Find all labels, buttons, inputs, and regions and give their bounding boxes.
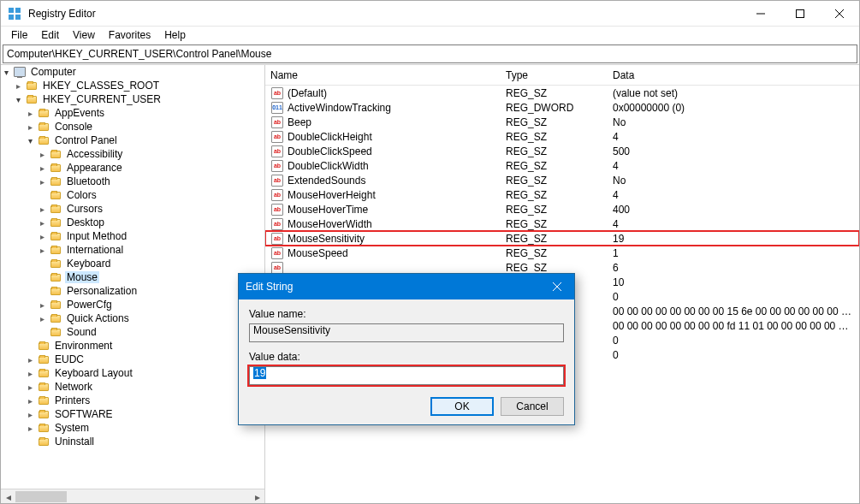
tree-item-environment[interactable]: Environment (1, 339, 264, 353)
list-row[interactable]: abBeepREG_SZNo (265, 115, 859, 129)
expander-icon[interactable] (25, 341, 35, 351)
expander-icon[interactable]: ▸ (37, 149, 47, 159)
maximize-button[interactable] (780, 1, 820, 27)
tree-item-system[interactable]: ▸System (1, 421, 264, 435)
cancel-button[interactable]: Cancel (501, 397, 564, 416)
tree-item-bluetooth[interactable]: ▸Bluetooth (1, 175, 264, 188)
scroll-right-icon[interactable]: ▸ (250, 489, 264, 503)
expander-icon[interactable]: ▸ (25, 423, 35, 433)
menu-edit[interactable]: Edit (34, 27, 66, 43)
expander-icon[interactable]: ▾ (25, 135, 35, 145)
list-row[interactable]: abMouseHoverWidthREG_SZ4 (265, 216, 859, 231)
list-row[interactable]: abExtendedSoundsREG_SZNo (265, 173, 859, 187)
tree-item-powercfg[interactable]: ▸PowerCfg (1, 298, 264, 311)
tree-item-hkcu[interactable]: ▾ HKEY_CURRENT_USER (1, 92, 264, 106)
expander-icon[interactable]: ▸ (25, 354, 35, 365)
expander-icon[interactable]: ▸ (25, 409, 35, 419)
column-name[interactable]: Name (265, 69, 501, 81)
column-data[interactable]: Data (608, 69, 859, 81)
tree-item-international[interactable]: ▸International (1, 243, 264, 257)
expander-icon[interactable]: ▸ (25, 395, 35, 406)
value-name: DoubleClickWidth (288, 160, 369, 172)
expander-icon[interactable]: ▸ (37, 313, 47, 323)
tree-item-eudc[interactable]: ▸EUDC (1, 353, 264, 366)
scroll-thumb[interactable] (15, 491, 67, 502)
expander-icon[interactable]: ▸ (13, 80, 23, 91)
tree-item-computer[interactable]: ▾ Computer (1, 65, 264, 79)
tree-item-inputmethod[interactable]: ▸Input Method (1, 229, 264, 243)
dialog-close-button[interactable] (540, 274, 574, 299)
tree-item-console[interactable]: ▸Console (1, 120, 264, 133)
value-data: 4 (608, 131, 859, 143)
tree-item-software[interactable]: ▸SOFTWARE (1, 407, 264, 421)
expander-icon[interactable]: ▾ (1, 67, 11, 77)
list-row[interactable]: ab(Default)REG_SZ(value not set) (265, 86, 859, 100)
expander-icon[interactable] (37, 286, 47, 296)
value-name: MouseHoverHeight (288, 189, 376, 201)
expander-icon[interactable]: ▸ (37, 204, 47, 214)
ok-button[interactable]: OK (430, 397, 494, 416)
tree-pane[interactable]: ▾ Computer ▸ HKEY_CLASSES_ROOT ▾ HKEY_CU… (1, 65, 265, 503)
expander-icon[interactable] (37, 272, 47, 282)
minimize-button[interactable] (741, 1, 780, 27)
expander-icon[interactable]: ▸ (37, 217, 47, 228)
menu-help[interactable]: Help (157, 27, 193, 43)
dialog-title-bar[interactable]: Edit String (239, 274, 574, 299)
value-type-icon: ab (270, 233, 284, 245)
tree-item-network[interactable]: ▸Network (1, 380, 264, 394)
scroll-left-icon[interactable]: ◂ (1, 489, 15, 503)
expander-icon[interactable] (37, 327, 47, 337)
tree-item-sound[interactable]: Sound (1, 325, 264, 339)
list-row[interactable]: abDoubleClickSpeedREG_SZ500 (265, 144, 859, 158)
list-row[interactable]: 011ActiveWindowTrackingREG_DWORD0x000000… (265, 100, 859, 115)
computer-icon (13, 66, 27, 78)
tree-label: Personalization (65, 285, 139, 297)
menu-favorites[interactable]: Favorites (102, 27, 157, 43)
expander-icon[interactable] (37, 258, 47, 269)
expander-icon[interactable] (37, 190, 47, 200)
list-row[interactable]: abMouseHoverTimeREG_SZ400 (265, 202, 859, 216)
expander-icon[interactable]: ▸ (37, 299, 47, 310)
value-data-field[interactable]: 19 (249, 366, 564, 385)
tree-item-appearance[interactable]: ▸Appearance (1, 161, 264, 175)
tree-item-mouse[interactable]: Mouse (1, 270, 264, 284)
expander-icon[interactable]: ▸ (25, 368, 35, 378)
tree-scrollbar[interactable]: ◂ ▸ (1, 489, 264, 503)
expander-icon[interactable]: ▸ (25, 382, 35, 392)
column-type[interactable]: Type (501, 69, 608, 81)
expander-icon[interactable]: ▸ (37, 176, 47, 187)
tree-item-personalization[interactable]: Personalization (1, 284, 264, 298)
list-row[interactable]: abMouseHoverHeightREG_SZ4 (265, 187, 859, 202)
expander-icon[interactable]: ▸ (25, 108, 35, 118)
tree-item-colors[interactable]: Colors (1, 188, 264, 202)
list-row[interactable]: abDoubleClickHeightREG_SZ4 (265, 129, 859, 144)
value-type-icon: ab (270, 189, 284, 201)
tree-item-quickactions[interactable]: ▸Quick Actions (1, 311, 264, 325)
expander-icon[interactable] (25, 436, 35, 447)
tree-item-keyboardlayout[interactable]: ▸Keyboard Layout (1, 366, 264, 380)
expander-icon[interactable]: ▸ (37, 245, 47, 255)
tree-item-printers[interactable]: ▸Printers (1, 394, 264, 407)
address-bar[interactable]: Computer\HKEY_CURRENT_USER\Control Panel… (3, 44, 857, 63)
tree-item-desktop[interactable]: ▸Desktop (1, 216, 264, 229)
close-button[interactable] (820, 1, 859, 27)
tree-item-uninstall[interactable]: Uninstall (1, 435, 264, 448)
tree-item-appevents[interactable]: ▸AppEvents (1, 106, 264, 120)
value-type-icon: ab (270, 218, 284, 230)
list-row[interactable]: abMouseSensitivityREG_SZ19 (265, 231, 859, 246)
tree-item-controlpanel[interactable]: ▾Control Panel (1, 133, 264, 147)
menu-file[interactable]: File (4, 27, 34, 43)
expander-icon[interactable]: ▾ (13, 94, 23, 104)
tree-label: Desktop (65, 216, 106, 228)
menu-view[interactable]: View (66, 27, 102, 43)
expander-icon[interactable]: ▸ (25, 122, 35, 132)
list-row[interactable]: abMouseSpeedREG_SZ1 (265, 246, 859, 260)
tree-item-cursors[interactable]: ▸Cursors (1, 202, 264, 216)
list-row[interactable]: abDoubleClickWidthREG_SZ4 (265, 158, 859, 173)
value-name-field[interactable]: MouseSensitivity (249, 323, 564, 342)
expander-icon[interactable]: ▸ (37, 231, 47, 241)
tree-item-keyboard[interactable]: Keyboard (1, 257, 264, 270)
tree-item-hkcr[interactable]: ▸ HKEY_CLASSES_ROOT (1, 79, 264, 92)
expander-icon[interactable]: ▸ (37, 163, 47, 173)
tree-item-accessibility[interactable]: ▸Accessibility (1, 147, 264, 161)
